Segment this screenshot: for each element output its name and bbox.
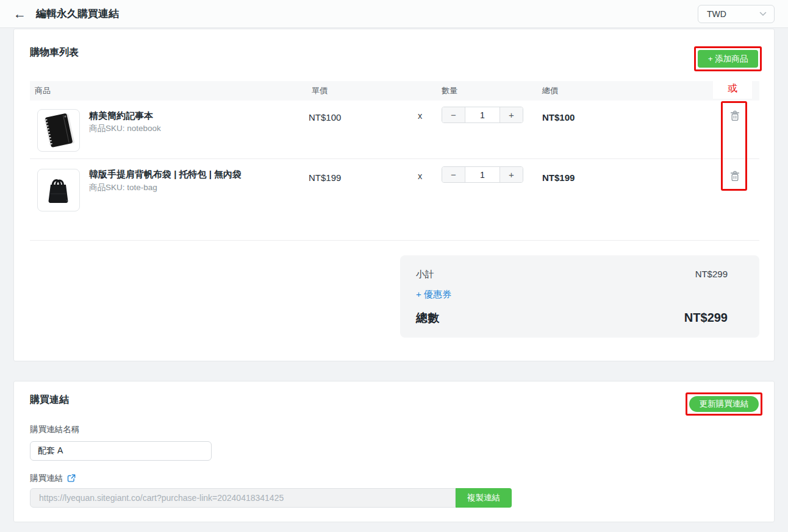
line-total: NT$100 <box>542 112 575 122</box>
update-purchase-link-button[interactable]: 更新購買連結 <box>689 396 759 412</box>
grand-total-label: 總數 <box>416 310 439 326</box>
top-bar: ← 編輯永久購買連結 TWD <box>0 0 788 28</box>
add-product-highlight-box: + 添加商品 <box>694 46 762 71</box>
purchase-link-card: 購買連結 更新購買連結 購買連結名稱 購買連結 複製連結 <box>13 381 775 522</box>
subtotal-value: NT$299 <box>695 269 728 279</box>
page-title: 編輯永久購買連結 <box>36 7 119 21</box>
cart-section-title: 購物車列表 <box>30 46 79 59</box>
copy-link-button[interactable]: 複製連結 <box>456 488 512 508</box>
quantity-decrease-button[interactable]: − <box>442 167 465 182</box>
update-button-highlight-box: 更新購買連結 <box>686 392 762 416</box>
column-total: 總價 <box>542 81 558 101</box>
quantity-decrease-button[interactable]: − <box>442 107 465 122</box>
quantity-input[interactable] <box>465 107 500 122</box>
currency-selected-value: TWD <box>707 9 726 19</box>
product-image-notebook <box>37 109 80 152</box>
unit-price: NT$199 <box>309 172 341 183</box>
product-sku: 商品SKU: tote-bag <box>89 182 157 193</box>
link-url-label: 購買連結 <box>30 473 63 484</box>
column-quantity: 數量 <box>442 81 457 101</box>
cart-table-header: 商品 單價 數量 總價 <box>30 81 759 101</box>
cart-summary-panel: 小計 NT$299 + 優惠券 總數 NT$299 <box>400 255 759 338</box>
link-name-input[interactable] <box>30 441 212 461</box>
black-tote-bag-icon <box>38 169 79 211</box>
chevron-down-icon <box>759 12 767 16</box>
quantity-increase-button[interactable]: + <box>500 107 523 122</box>
product-name: 韓版手提肩背帆布袋 | 托特包 | 無內袋 <box>89 169 242 180</box>
delete-item-button[interactable] <box>726 107 743 124</box>
currency-select[interactable]: TWD <box>698 5 775 23</box>
table-row: 精美簡約記事本 商品SKU: notebook NT$100 x − + NT$… <box>30 101 759 159</box>
line-total: NT$199 <box>542 172 575 183</box>
external-link-icon[interactable] <box>67 474 76 483</box>
back-arrow-icon[interactable]: ← <box>13 7 26 20</box>
purchase-link-section-title: 購買連結 <box>30 394 69 406</box>
quantity-increase-button[interactable]: + <box>500 167 523 182</box>
add-product-button[interactable]: + 添加商品 <box>698 50 758 68</box>
trash-icon <box>730 171 740 182</box>
table-row: 韓版手提肩背帆布袋 | 托特包 | 無內袋 商品SKU: tote-bag NT… <box>30 159 759 241</box>
multiply-sign: x <box>418 111 422 121</box>
subtotal-label: 小計 <box>416 269 434 280</box>
grand-total-value: NT$299 <box>684 311 728 325</box>
trash-icon <box>730 110 740 121</box>
unit-price: NT$100 <box>309 112 341 122</box>
product-name: 精美簡約記事本 <box>89 110 153 122</box>
black-spiral-notebook-icon <box>38 110 79 151</box>
link-name-label: 購買連結名稱 <box>30 424 79 435</box>
quantity-stepper: − + <box>442 107 523 123</box>
add-coupon-link[interactable]: + 優惠券 <box>416 289 451 300</box>
delete-item-button[interactable] <box>726 168 743 185</box>
product-image-tote-bag <box>37 169 80 211</box>
link-url-input[interactable] <box>30 488 456 508</box>
column-product: 商品 <box>35 81 51 101</box>
or-annotation-label: 或 <box>713 78 752 99</box>
cart-card: 購物車列表 + 添加商品 或 商品 單價 數量 總價 <box>13 29 775 361</box>
quantity-stepper: − + <box>442 166 523 183</box>
quantity-input[interactable] <box>465 167 500 182</box>
column-unit-price: 單價 <box>312 81 328 101</box>
product-sku: 商品SKU: notebook <box>89 123 161 134</box>
multiply-sign: x <box>418 171 422 181</box>
